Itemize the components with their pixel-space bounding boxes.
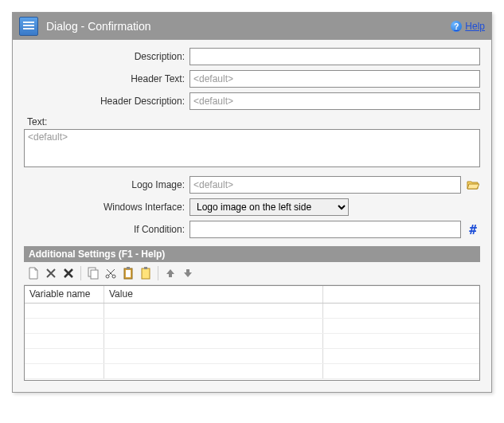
label-logo-image: Logo Image: <box>24 179 189 190</box>
folder-open-icon <box>467 179 479 190</box>
arrow-up-icon <box>166 268 175 278</box>
new-button[interactable] <box>25 265 41 281</box>
dialog-title: Dialog - Confirmation <box>46 20 451 33</box>
separator-icon <box>80 266 81 280</box>
settings-grid[interactable]: Variable name Value <box>24 285 480 381</box>
col-value[interactable]: Value <box>104 286 323 303</box>
dialog-panel: Dialog - Confirmation ? Help Description… <box>12 12 492 393</box>
svg-rect-1 <box>91 270 98 279</box>
x-bold-icon <box>64 268 73 278</box>
hash-icon: # <box>469 222 477 237</box>
grid-header: Variable name Value <box>25 286 479 304</box>
label-if-condition: If Condition: <box>24 224 189 235</box>
label-windows-interface: Windows Interface: <box>24 202 189 213</box>
description-input[interactable] <box>189 48 480 65</box>
help-link[interactable]: ? Help <box>451 21 485 32</box>
svg-rect-7 <box>142 268 150 279</box>
if-condition-input[interactable] <box>189 221 461 238</box>
paste-button[interactable] <box>120 265 136 281</box>
help-icon: ? <box>451 21 462 32</box>
paste-special-button[interactable] <box>138 265 154 281</box>
move-down-button[interactable] <box>180 265 196 281</box>
col-spare <box>323 286 479 303</box>
copy-icon <box>88 267 99 280</box>
grid-body <box>25 304 479 380</box>
clipboard-star-icon <box>140 267 151 280</box>
header-description-input[interactable] <box>189 92 480 110</box>
new-file-icon <box>28 267 39 280</box>
x-icon <box>46 268 56 278</box>
logo-image-input[interactable] <box>189 176 461 194</box>
copy-button[interactable] <box>85 265 101 281</box>
header-text-input[interactable] <box>189 70 480 88</box>
table-row[interactable] <box>25 349 479 364</box>
windows-interface-select[interactable]: Logo image on the left side <box>189 198 349 216</box>
delete-button[interactable] <box>43 265 59 281</box>
svg-rect-6 <box>127 267 130 269</box>
table-row[interactable] <box>25 304 479 319</box>
table-row[interactable] <box>25 319 479 334</box>
condition-picker-button[interactable]: # <box>466 222 480 237</box>
table-row[interactable] <box>25 364 479 379</box>
separator-icon <box>158 266 158 280</box>
settings-toolbar <box>24 262 480 285</box>
label-header-text: Header Text: <box>24 73 189 84</box>
additional-settings-header: Additional Settings (F1 - Help) <box>24 246 480 262</box>
label-description: Description: <box>24 51 189 62</box>
help-label: Help <box>465 21 485 32</box>
form-body: Description: Header Text: Header Descrip… <box>13 40 491 392</box>
svg-rect-8 <box>144 267 147 269</box>
clipboard-icon <box>123 267 134 280</box>
move-up-button[interactable] <box>162 265 178 281</box>
titlebar: Dialog - Confirmation ? Help <box>13 13 491 40</box>
document-icon <box>19 17 38 36</box>
table-row[interactable] <box>25 334 479 349</box>
label-text: Text: <box>24 115 480 129</box>
cut-button[interactable] <box>103 265 119 281</box>
label-header-description: Header Description: <box>24 96 189 107</box>
svg-rect-5 <box>126 270 131 277</box>
scissors-icon <box>105 268 116 279</box>
arrow-down-icon <box>183 268 193 278</box>
text-textarea[interactable] <box>24 129 480 167</box>
browse-button[interactable] <box>466 179 480 190</box>
delete-all-button[interactable] <box>61 265 76 281</box>
col-variable-name[interactable]: Variable name <box>25 286 104 303</box>
